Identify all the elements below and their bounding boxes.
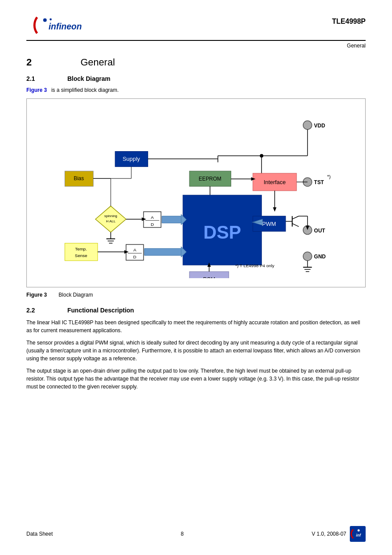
svg-point-2 [50, 18, 52, 21]
svg-point-87 [358, 530, 360, 532]
figure-caption-text: Block Diagram [58, 292, 93, 298]
section-2-2-number: 2.2 [26, 307, 66, 314]
svg-point-23 [303, 252, 312, 261]
footer-left: Data Sheet [26, 531, 53, 537]
figure-ref-line: Figure 3 is a simplified block diagram. [26, 87, 366, 93]
svg-text:ROM: ROM [203, 276, 215, 278]
svg-text:GND: GND [314, 254, 326, 260]
section-2-1-number: 2.1 [26, 75, 66, 82]
section-2-heading: 2 General [26, 57, 366, 68]
svg-marker-60 [162, 216, 182, 223]
svg-line-19 [292, 224, 299, 227]
svg-point-3 [303, 121, 312, 130]
figure-3-caption: Figure 3 Block Diagram [26, 292, 366, 298]
svg-text:infineon: infineon [48, 22, 82, 31]
svg-text:Temp.: Temp. [75, 247, 87, 251]
section-2-1-title: Block Diagram [67, 75, 110, 82]
svg-text:Sense: Sense [75, 253, 87, 258]
svg-text:H ALL: H ALL [106, 219, 116, 223]
paragraph-1: The linear Hall IC TLE4998P has been des… [26, 319, 366, 334]
section-2-2-title: Functional Description [67, 307, 134, 314]
svg-text:Bias: Bias [74, 175, 84, 181]
svg-text:inf: inf [356, 533, 361, 537]
svg-text:PWM: PWM [262, 221, 276, 227]
svg-text:TST: TST [314, 179, 324, 185]
svg-marker-71 [145, 248, 182, 255]
section-2-title: General [80, 57, 115, 68]
svg-text:VDD: VDD [314, 123, 326, 129]
svg-text:Supply: Supply [123, 156, 140, 162]
svg-text:DSP: DSP [203, 222, 241, 243]
page: infineon TLE4998P General 2 General 2.1 … [0, 0, 392, 555]
block-diagram-container: VDD TST *) OUT [26, 98, 366, 287]
footer-right: V 1.0, 2008-07 [312, 531, 346, 537]
infineon-logo: infineon [26, 13, 83, 37]
figure-caption-label: Figure 3 [26, 292, 47, 298]
paragraph-3: The output stage is an open-drain driver… [26, 367, 366, 391]
svg-point-0 [43, 18, 47, 22]
section-label: General [26, 43, 366, 49]
svg-text:spinning: spinning [104, 214, 117, 218]
svg-line-18 [292, 216, 299, 219]
footer: Data Sheet 8 V 1.0, 2008-07 inf [26, 526, 366, 542]
paragraph-2: The sensor provides a digital PWM signal… [26, 339, 366, 363]
figure-3-ref: Figure 3 [26, 87, 47, 93]
svg-text:*) T LE4998 P4 only: *) T LE4998 P4 only [236, 263, 275, 268]
svg-text:D: D [133, 254, 136, 259]
svg-marker-42 [273, 207, 276, 212]
footer-center: 8 [181, 531, 184, 537]
section-2-1-heading: 2.1 Block Diagram [26, 75, 366, 83]
block-diagram-svg: VDD TST *) OUT [36, 108, 356, 278]
svg-text:A: A [133, 247, 136, 252]
footer-logo: inf [350, 526, 366, 542]
figure-ref-description: is a simplified block diagram. [51, 87, 119, 93]
header-divider [26, 40, 366, 41]
svg-text:D: D [151, 222, 154, 227]
header: infineon TLE4998P [26, 13, 366, 37]
svg-text:Interface: Interface [264, 179, 286, 185]
section-2-2-heading: 2.2 Functional Description [26, 307, 366, 314]
svg-text:OUT: OUT [314, 228, 326, 234]
svg-text:EEPROM: EEPROM [199, 176, 221, 182]
logo-area: infineon [26, 13, 83, 37]
product-title: TLE4998P [332, 13, 366, 25]
svg-text:A: A [151, 215, 154, 220]
svg-text:*): *) [327, 174, 330, 179]
section-2-number: 2 [26, 57, 62, 68]
